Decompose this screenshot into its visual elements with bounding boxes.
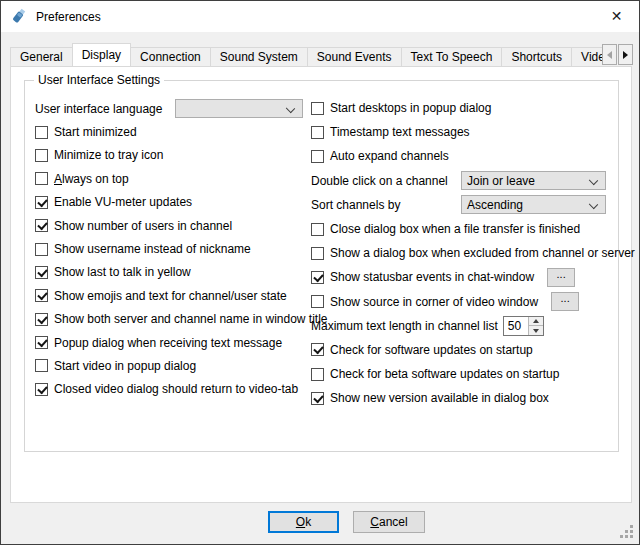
check-last-to-talk[interactable]: Show last to talk in yellow	[35, 261, 311, 284]
check-new-version-dialog[interactable]: Show new version available in dialog box	[311, 386, 606, 410]
checkbox[interactable]	[35, 219, 48, 232]
checkbox-label: Show new version available in dialog box	[330, 391, 549, 405]
tab-sound-system[interactable]: Sound System	[210, 47, 308, 66]
checkbox[interactable]	[35, 359, 48, 372]
checkbox-label: Timestamp text messages	[330, 125, 470, 139]
checkbox[interactable]	[35, 126, 48, 139]
checkbox-label: Enable VU-meter updates	[54, 195, 192, 209]
resize-grip-icon[interactable]	[620, 525, 634, 539]
user-interface-settings-group: User Interface Settings User interface l…	[24, 80, 619, 452]
checkbox-label: Show username instead of nickname	[54, 242, 251, 256]
double-click-combo-value: Join or leave	[467, 174, 535, 188]
checkbox[interactable]	[35, 289, 48, 302]
right-column: Start desktops in popup dialog Timestamp…	[311, 96, 606, 410]
check-vu-meter-updates[interactable]: Enable VU-meter updates	[35, 191, 311, 214]
checkbox[interactable]	[311, 150, 324, 163]
tab-scroll-left-button[interactable]	[602, 44, 617, 65]
checkbox[interactable]	[311, 368, 324, 381]
spin-up-button[interactable]	[529, 317, 543, 326]
double-click-row: Double click on a channel Join or leave	[311, 169, 606, 193]
check-show-user-count[interactable]: Show number of users in channel	[35, 214, 311, 237]
language-combo[interactable]	[175, 99, 303, 118]
checkbox[interactable]	[35, 149, 48, 162]
check-emojis-text-state[interactable]: Show emojis and text for channel/user st…	[35, 284, 311, 307]
checkbox[interactable]	[311, 392, 324, 405]
spinner-buttons	[528, 317, 543, 335]
checkbox[interactable]	[35, 196, 48, 209]
tab-text-to-speech[interactable]: Text To Speech	[401, 47, 503, 66]
window-title: Preferences	[36, 10, 101, 24]
tab-general[interactable]: General	[10, 47, 73, 66]
double-click-combo[interactable]: Join or leave	[461, 171, 606, 190]
arrow-down-icon	[533, 329, 539, 333]
statusbar-events-browse-button[interactable]: ...	[547, 268, 575, 287]
double-click-label: Double click on a channel	[311, 174, 448, 188]
check-video-popup[interactable]: Start video in popup dialog	[35, 354, 311, 377]
check-show-username[interactable]: Show username instead of nickname	[35, 237, 311, 260]
max-text-length-label: Maximum text length in channel list	[311, 319, 498, 333]
check-close-on-transfer[interactable]: Close dialog box when a file transfer is…	[311, 217, 606, 241]
check-software-updates[interactable]: Check for software updates on startup	[311, 338, 606, 362]
cancel-button[interactable]: Cancel	[353, 511, 425, 533]
checkbox-label: Check for software updates on startup	[330, 343, 533, 357]
chevron-down-icon	[589, 200, 598, 209]
tab-bar: General Display Connection Sound System …	[10, 42, 604, 66]
arrow-left-icon	[607, 51, 612, 59]
check-always-on-top[interactable]: Always on top	[35, 167, 311, 190]
max-text-length-spinner[interactable]: 50	[503, 316, 544, 336]
check-closed-video-return[interactable]: Closed video dialog should return to vid…	[35, 378, 311, 401]
check-server-channel-title[interactable]: Show both server and channel name in win…	[35, 308, 311, 331]
tab-scroll-right-button[interactable]	[618, 44, 633, 65]
ok-button[interactable]: Ok	[268, 511, 339, 533]
check-auto-expand-channels[interactable]: Auto expand channels	[311, 144, 606, 168]
checkbox[interactable]	[311, 102, 324, 115]
check-minimize-to-tray[interactable]: Minimize to tray icon	[35, 144, 311, 167]
checkbox[interactable]	[311, 126, 324, 139]
video-source-browse-button[interactable]: ...	[551, 292, 579, 311]
checkbox-label: Always on top	[54, 172, 129, 186]
checkbox[interactable]	[311, 247, 324, 260]
spinner-value: 50	[504, 317, 528, 335]
sort-channels-combo-value: Ascending	[467, 198, 523, 212]
checkbox[interactable]	[311, 295, 324, 308]
tab-shortcuts[interactable]: Shortcuts	[501, 47, 572, 66]
left-column: User interface language Start minimized …	[35, 97, 311, 401]
checkbox[interactable]	[311, 223, 324, 236]
checkbox[interactable]	[311, 343, 324, 356]
checkbox[interactable]	[35, 313, 48, 326]
close-icon[interactable]: ✕	[594, 1, 639, 31]
checkbox-label: Show emojis and text for channel/user st…	[54, 289, 287, 303]
checkbox[interactable]	[35, 266, 48, 279]
tab-video[interactable]: Video	[571, 47, 604, 66]
tab-scrollers	[602, 44, 633, 65]
checkbox-label: Show last to talk in yellow	[54, 265, 191, 279]
checkbox-label: Minimize to tray icon	[54, 148, 163, 162]
tab-display[interactable]: Display	[72, 43, 131, 66]
chevron-down-icon	[286, 104, 295, 113]
check-excluded-dialog[interactable]: Show a dialog box when excluded from cha…	[311, 241, 606, 265]
checkbox[interactable]	[35, 383, 48, 396]
check-desktops-popup[interactable]: Start desktops in popup dialog	[311, 96, 606, 120]
checkbox[interactable]	[35, 243, 48, 256]
groupbox-title: User Interface Settings	[34, 73, 164, 87]
check-popup-text-message[interactable]: Popup dialog when receiving text message	[35, 331, 311, 354]
ok-button-label: Ok	[296, 515, 311, 529]
checkbox-label: Start video in popup dialog	[54, 359, 196, 373]
tab-sound-events[interactable]: Sound Events	[307, 47, 402, 66]
check-start-minimized[interactable]: Start minimized	[35, 120, 311, 143]
checkbox-label: Start desktops in popup dialog	[330, 101, 491, 115]
checkbox[interactable]	[35, 336, 48, 349]
checkbox[interactable]	[311, 271, 324, 284]
sort-channels-combo[interactable]: Ascending	[461, 195, 606, 214]
checkbox-label: Check for beta software updates on start…	[330, 367, 559, 381]
spin-down-button[interactable]	[529, 325, 543, 335]
check-video-source-corner[interactable]: Show source in corner of video window ..…	[311, 290, 606, 314]
checkbox[interactable]	[35, 172, 48, 185]
checkbox-label: Show number of users in channel	[54, 219, 232, 233]
check-statusbar-events[interactable]: Show statusbar events in chat-window ...	[311, 265, 606, 289]
language-row: User interface language	[35, 97, 311, 120]
check-beta-updates[interactable]: Check for beta software updates on start…	[311, 362, 606, 386]
tab-connection[interactable]: Connection	[130, 47, 211, 66]
check-timestamp-messages[interactable]: Timestamp text messages	[311, 120, 606, 144]
app-icon	[10, 8, 27, 25]
